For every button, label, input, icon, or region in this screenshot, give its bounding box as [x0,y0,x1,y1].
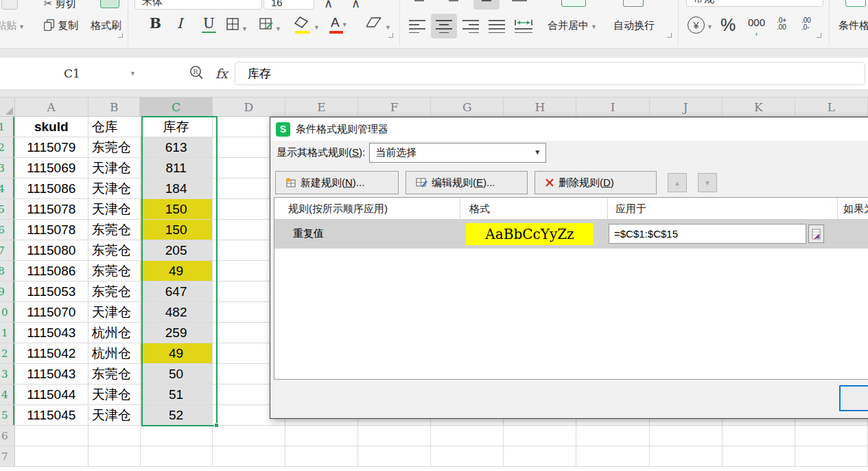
cell-I17[interactable] [576,446,649,467]
cell-A5[interactable]: 1115078 [15,199,89,220]
cell-E17[interactable] [285,446,358,467]
row-header-14[interactable]: 14 [0,384,15,405]
cell-B3[interactable]: 天津仓 [89,158,141,179]
edit-rule-button[interactable]: 编辑规则(E)... [406,171,528,194]
cell-A13[interactable]: 1115043 [15,364,89,384]
increase-font-size-icon[interactable]: ∧ [324,0,333,11]
column-header-G[interactable]: G [431,97,504,117]
decrease-decimal-button[interactable]: .00.0- [801,17,811,31]
select-all-corner[interactable] [0,97,15,117]
cell-C6[interactable]: 150 [141,220,213,240]
fill-color-button[interactable]: ▼ [294,16,320,32]
ok-button[interactable]: 确定 [839,385,868,411]
cell-A16[interactable] [15,426,89,446]
cell-A9[interactable]: 1115053 [15,282,89,302]
column-header-F[interactable]: F [358,97,431,117]
cell-A17[interactable] [15,446,89,467]
cell-F16[interactable] [358,426,431,446]
font-color-button[interactable]: A▼ [331,15,348,30]
font-size-select[interactable]: 16 [263,0,314,10]
cell-B2[interactable]: 东莞仓 [89,137,141,158]
font-group-launcher[interactable] [388,33,393,38]
cell-K17[interactable] [723,446,795,467]
cell-G16[interactable] [431,426,504,446]
cell-C12[interactable]: 49 [141,343,213,364]
cell-A14[interactable]: 1115044 [15,384,89,405]
cell-A11[interactable]: 1115043 [15,323,89,343]
cut-button[interactable]: ✂ 剪切 [44,0,76,10]
row-header-11[interactable]: 11 [0,323,15,343]
smart-lookup-icon[interactable]: R [188,65,206,82]
decrease-font-size-icon[interactable]: ∧ [351,0,360,11]
cell-C8[interactable]: 49 [141,261,213,282]
bold-button[interactable]: B [150,15,161,32]
cell-C13[interactable]: 50 [141,364,213,384]
cell-A15[interactable]: 1115045 [15,405,89,426]
wrap-text-button[interactable]: 自动换行 [613,19,655,32]
cell-A10[interactable]: 1115070 [15,302,89,323]
row-header-2[interactable]: 2 [0,137,15,158]
row-header-12[interactable]: 12 [0,343,15,364]
cell-B5[interactable]: 天津仓 [89,199,141,220]
row-header-4[interactable]: 4 [0,179,15,199]
column-header-A[interactable]: A [15,97,89,117]
range-picker-button[interactable] [808,225,824,243]
cell-B15[interactable]: 天津仓 [89,405,141,426]
cell-L17[interactable] [795,446,868,467]
column-header-I[interactable]: I [576,97,649,117]
column-header-L[interactable]: L [795,97,868,117]
conditional-format-button[interactable]: 条件格式 [838,19,868,32]
cell-B12[interactable]: 杭州仓 [89,343,141,364]
cell-D16[interactable] [213,426,285,446]
delete-rule-button[interactable]: 删除规则(D) [535,171,657,194]
column-header-C[interactable]: C [140,97,212,117]
row-header-6[interactable]: 6 [0,220,15,240]
cell-C2[interactable]: 613 [141,137,213,158]
align-justify-icon[interactable] [489,19,505,33]
valign-bottom-icon[interactable] [479,0,494,4]
show-rules-dropdown[interactable]: 当前选择 ▼ [369,143,546,163]
row-header-7[interactable]: 7 [0,240,15,261]
row-header-16[interactable]: 16 [0,426,15,446]
cell-B4[interactable]: 天津仓 [89,179,141,199]
valign-center-icon[interactable] [446,0,461,4]
move-rule-down-button[interactable]: ▼ [698,173,717,192]
cell-A1[interactable]: skuld [15,117,89,137]
valign-justify-icon[interactable] [512,0,527,4]
new-rule-button[interactable]: 新建规则(N)... [275,171,399,194]
cell-A3[interactable]: 1115069 [15,158,89,179]
cell-B10[interactable]: 天津仓 [89,302,141,323]
cell-H16[interactable] [504,426,576,446]
cell-A8[interactable]: 1115086 [15,261,89,282]
cell-B11[interactable]: 杭州仓 [89,323,141,343]
cell-B9[interactable]: 东莞仓 [89,282,141,302]
cell-C14[interactable]: 51 [141,384,213,405]
cell-C4[interactable]: 184 [141,179,213,199]
row-header-8[interactable]: 8 [0,261,15,282]
cell-style-button[interactable]: ▼ [259,18,281,33]
percent-format-button[interactable]: % [720,15,736,35]
name-box[interactable]: C1 ▼ [0,58,144,89]
currency-format-button[interactable]: ¥▼ [688,16,713,34]
clipboard-group-launcher[interactable] [118,33,123,38]
formula-input[interactable]: 库存 [235,62,865,85]
increase-decimal-button[interactable]: .0+​.00 [777,17,786,31]
align-center-icon[interactable] [436,19,452,33]
align-left-icon[interactable] [409,19,425,33]
cell-K16[interactable] [723,426,795,446]
merge-center-button[interactable]: 合并居中▼ [548,19,597,32]
cell-C11[interactable]: 259 [141,323,213,343]
name-box-chevron-icon[interactable]: ▼ [130,70,136,77]
cell-D17[interactable] [213,446,285,467]
format-painter-button[interactable]: 格式刷 [91,19,121,32]
cell-C9[interactable]: 647 [141,282,213,302]
cell-I16[interactable] [576,426,649,446]
row-header-13[interactable]: 13 [0,364,15,384]
column-header-D[interactable]: D [213,97,285,117]
align-right-icon[interactable] [462,19,479,33]
cell-C5[interactable]: 150 [141,199,213,220]
rule-row-duplicate-values[interactable]: 重复值 AaBbCcYyZz =$C$1:$C$15 [274,220,868,249]
cell-C7[interactable]: 205 [141,240,213,261]
cell-B6[interactable]: 东莞仓 [89,220,141,240]
cell-B13[interactable]: 东莞仓 [89,364,141,384]
